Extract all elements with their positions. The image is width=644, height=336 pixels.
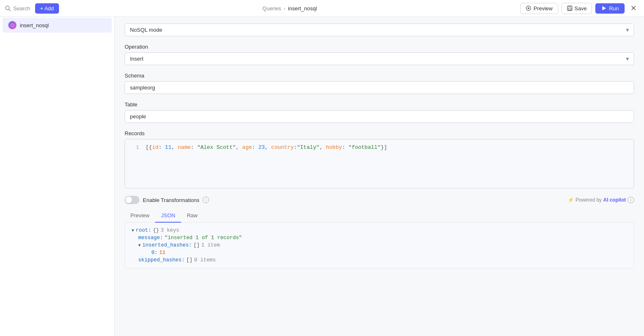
sidebar-item-label: insert_nosql bbox=[20, 22, 49, 28]
close-button[interactable]: ✕ bbox=[628, 3, 639, 14]
code-line-1: 1 [{id: 11, name: "Alex Scott", age: 23,… bbox=[125, 143, 634, 151]
transformations-label: Enable Transformations bbox=[143, 197, 199, 203]
json-inserted-hashes-key: inserted_hashes: bbox=[142, 242, 192, 248]
svg-point-3 bbox=[528, 7, 529, 9]
transformations-toggle[interactable] bbox=[125, 196, 139, 204]
ai-copilot-link[interactable]: AI copilot bbox=[603, 197, 626, 203]
operation-field-group: Operation Insert ▼ bbox=[125, 44, 634, 65]
svg-rect-5 bbox=[568, 6, 571, 8]
mode-select[interactable]: NoSQL mode bbox=[125, 23, 634, 36]
json-message-key: message: bbox=[138, 235, 163, 241]
table-label: Table bbox=[125, 101, 634, 108]
json-root-meta: 3 keys bbox=[161, 228, 179, 233]
json-inserted-hashes-bracket: [] bbox=[193, 242, 200, 248]
json-message-value: "inserted 1 of 1 records" bbox=[165, 235, 242, 241]
add-button[interactable]: + Add bbox=[35, 3, 59, 14]
sidebar-item-insert-nosql[interactable]: ⬡ insert_nosql bbox=[2, 18, 112, 33]
json-inserted-hashes-row: ▼ inserted_hashes: [] 1 item bbox=[132, 242, 627, 249]
records-label: Records bbox=[125, 130, 634, 136]
search-label: Search bbox=[13, 5, 30, 12]
ai-info-icon[interactable]: i bbox=[627, 197, 634, 203]
toggle-knob bbox=[125, 197, 132, 203]
search-icon bbox=[5, 5, 11, 11]
header-left: Search + Add bbox=[5, 3, 59, 14]
save-icon bbox=[567, 5, 573, 11]
tab-raw[interactable]: Raw bbox=[181, 209, 203, 223]
breadcrumb: Queries › insert_nosql bbox=[262, 5, 317, 12]
json-inserted-hashes-meta: 1 item bbox=[201, 242, 220, 248]
preview-button[interactable]: Preview bbox=[520, 3, 558, 14]
powered-by: ⚡ Powered by AI copilot i bbox=[568, 197, 634, 203]
root-collapse-icon[interactable]: ▼ bbox=[132, 228, 134, 233]
search-area[interactable]: Search bbox=[5, 5, 30, 12]
json-root-bracket: {} bbox=[153, 228, 159, 233]
json-item-0-value: 11 bbox=[159, 250, 165, 256]
schema-input[interactable] bbox=[125, 81, 634, 94]
save-button[interactable]: Save bbox=[561, 3, 592, 14]
breadcrumb-separator: › bbox=[284, 5, 285, 12]
run-button[interactable]: Run bbox=[595, 3, 625, 14]
powered-by-prefix: Powered by bbox=[576, 197, 602, 203]
preview-icon bbox=[526, 5, 531, 11]
query-icon: ⬡ bbox=[8, 21, 17, 29]
breadcrumb-parent[interactable]: Queries bbox=[262, 5, 281, 12]
transformations-row: Enable Transformations i ⚡ Powered by AI… bbox=[125, 196, 634, 204]
operation-select-wrapper: Insert ▼ bbox=[125, 52, 634, 65]
transform-left: Enable Transformations i bbox=[125, 196, 209, 204]
table-field-group: Table bbox=[125, 101, 634, 123]
json-item-0-key: 0: bbox=[151, 250, 158, 256]
result-section: Preview JSON Raw ▼ root: {} 3 keys bbox=[125, 209, 634, 268]
mode-select-wrapper: NoSQL mode ▼ bbox=[125, 23, 634, 36]
run-icon bbox=[601, 5, 607, 11]
json-skipped-hashes-row: skipped_hashes: [] 0 items bbox=[132, 256, 627, 264]
json-viewer: ▼ root: {} 3 keys message: "inserted 1 o… bbox=[125, 223, 634, 268]
result-tabs: Preview JSON Raw bbox=[125, 209, 634, 223]
mode-field-group: NoSQL mode ▼ bbox=[125, 23, 634, 36]
operation-select[interactable]: Insert bbox=[125, 52, 634, 65]
lightning-icon: ⚡ bbox=[568, 197, 574, 203]
json-skipped-hashes-key: skipped_hashes: bbox=[138, 257, 185, 263]
svg-rect-6 bbox=[568, 8, 571, 10]
content-area: NoSQL mode ▼ Operation Insert ▼ Schema T… bbox=[115, 17, 644, 336]
tab-preview[interactable]: Preview bbox=[125, 209, 155, 223]
operation-label: Operation bbox=[125, 44, 634, 50]
table-input[interactable] bbox=[125, 110, 634, 123]
code-text: [{id: 11, name: "Alex Scott", age: 23, c… bbox=[146, 144, 387, 150]
header-actions: Preview Save Run ✕ bbox=[520, 3, 639, 14]
inserted-hashes-collapse-icon[interactable]: ▼ bbox=[138, 243, 141, 248]
main-layout: ⬡ insert_nosql NoSQL mode ▼ Operation In… bbox=[0, 17, 644, 336]
schema-label: Schema bbox=[125, 73, 634, 79]
breadcrumb-current: insert_nosql bbox=[288, 5, 317, 12]
schema-field-group: Schema bbox=[125, 73, 634, 94]
json-skipped-hashes-bracket: [] bbox=[186, 257, 193, 263]
json-root-key: root: bbox=[136, 228, 151, 233]
app-header: Search + Add Queries › insert_nosql Prev… bbox=[0, 0, 644, 17]
transformations-info-icon[interactable]: i bbox=[203, 197, 209, 203]
json-item-0-row: 0: 11 bbox=[132, 249, 627, 256]
records-field-group: Records 1 [{id: 11, name: "Alex Scott", … bbox=[125, 130, 634, 188]
line-number: 1 bbox=[131, 144, 139, 150]
svg-marker-7 bbox=[602, 6, 606, 10]
json-skipped-hashes-meta: 0 items bbox=[194, 257, 216, 263]
json-root-row: ▼ root: {} 3 keys bbox=[132, 227, 627, 234]
records-editor[interactable]: 1 [{id: 11, name: "Alex Scott", age: 23,… bbox=[125, 139, 634, 188]
tab-json[interactable]: JSON bbox=[155, 209, 181, 223]
sidebar: ⬡ insert_nosql bbox=[0, 17, 115, 336]
json-message-row: message: "inserted 1 of 1 records" bbox=[132, 234, 627, 242]
svg-line-1 bbox=[9, 9, 11, 11]
